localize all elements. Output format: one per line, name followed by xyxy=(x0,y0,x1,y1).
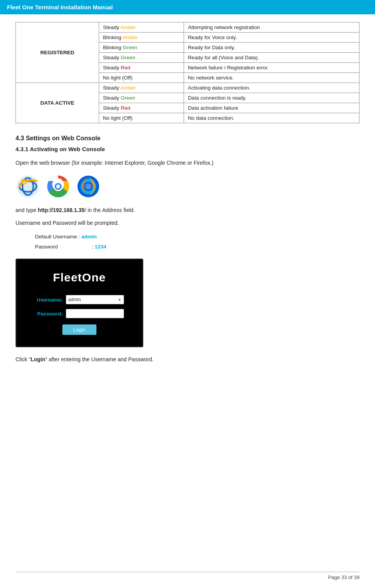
description-cell: Activating data connection. xyxy=(184,83,359,93)
login-brand: FleetOne xyxy=(28,271,131,284)
category-cell: DATA ACTIVE xyxy=(16,83,99,123)
light-cell: Blinking Green xyxy=(99,43,184,53)
page-number: Page 33 of 39 xyxy=(328,574,360,580)
username-input[interactable]: admin ▼ xyxy=(66,295,124,304)
description-cell: Ready for Data only. xyxy=(184,43,359,53)
page-header: Fleet One Terminal Installation Manual xyxy=(0,0,375,14)
username-label: Username: xyxy=(28,297,63,303)
dropdown-arrow-icon: ▼ xyxy=(118,298,122,302)
password-row: Password: xyxy=(28,309,131,318)
led-status-table: REGISTEREDSteady AmberAttempting network… xyxy=(15,22,360,123)
chrome-icon xyxy=(46,174,71,199)
light-cell: No light (Off) xyxy=(99,113,184,123)
body-text-3: Username and Password will be prompted. xyxy=(15,219,360,227)
login-screenshot: FleetOne Username: admin ▼ Password: Log… xyxy=(15,259,143,347)
username-credential: Default Username : admin xyxy=(35,232,360,242)
credentials-block: Default Username : admin Password : 1234 xyxy=(35,232,360,252)
light-cell: Steady Red xyxy=(99,63,184,73)
url-text: http://192.168.1.35 xyxy=(38,207,85,213)
click-login-text: Click “Login” after entering the Usernam… xyxy=(15,355,360,364)
description-cell: Ready for Voice only. xyxy=(184,33,359,43)
light-cell: Steady Green xyxy=(99,53,184,63)
description-cell: Data connection is ready. xyxy=(184,93,359,103)
svg-text:e: e xyxy=(23,180,26,185)
svg-point-12 xyxy=(85,183,91,190)
description-cell: Network failure / Registration error. xyxy=(184,63,359,73)
description-cell: Ready for all (Voice and Data). xyxy=(184,53,359,63)
description-cell: No data connection. xyxy=(184,113,359,123)
ie-icon: e xyxy=(15,174,40,199)
section-43-heading: 4.3 Settings on Web Console xyxy=(15,135,360,142)
svg-point-8 xyxy=(56,185,60,188)
password-label: Password: xyxy=(28,311,63,317)
description-cell: Attempting network registration xyxy=(184,22,359,33)
section-431-heading: 4.3.1 Activating on Web Console xyxy=(15,146,360,152)
category-cell: REGISTERED xyxy=(16,22,99,83)
body-text-url: and type http://192.168.1.35/ in the Add… xyxy=(15,206,360,214)
light-cell: No light (Off) xyxy=(99,73,184,83)
username-row: Username: admin ▼ xyxy=(28,295,131,304)
password-credential: Password : 1234 xyxy=(35,242,360,252)
login-button[interactable]: Login xyxy=(62,324,96,335)
login-button-row: Login xyxy=(28,324,131,335)
light-cell: Steady Amber xyxy=(99,22,184,33)
body-text-1: Open the web browser (for example: Inter… xyxy=(15,159,360,167)
table-row: REGISTEREDSteady AmberAttempting network… xyxy=(16,22,360,33)
light-cell: Blinking Amber xyxy=(99,33,184,43)
footer: Page 33 of 39 xyxy=(15,572,360,580)
firefox-icon xyxy=(76,174,101,199)
description-cell: No network service. xyxy=(184,73,359,83)
header-title: Fleet One Terminal Installation Manual xyxy=(7,4,113,10)
browser-icons-row: e xyxy=(15,174,360,199)
light-cell: Steady Green xyxy=(99,93,184,103)
light-cell: Steady Amber xyxy=(99,83,184,93)
description-cell: Data activation failure xyxy=(184,103,359,113)
table-row: DATA ACTIVESteady AmberActivating data c… xyxy=(16,83,360,93)
password-input[interactable] xyxy=(66,309,124,318)
login-link: Login xyxy=(31,356,45,362)
light-cell: Steady Red xyxy=(99,103,184,113)
